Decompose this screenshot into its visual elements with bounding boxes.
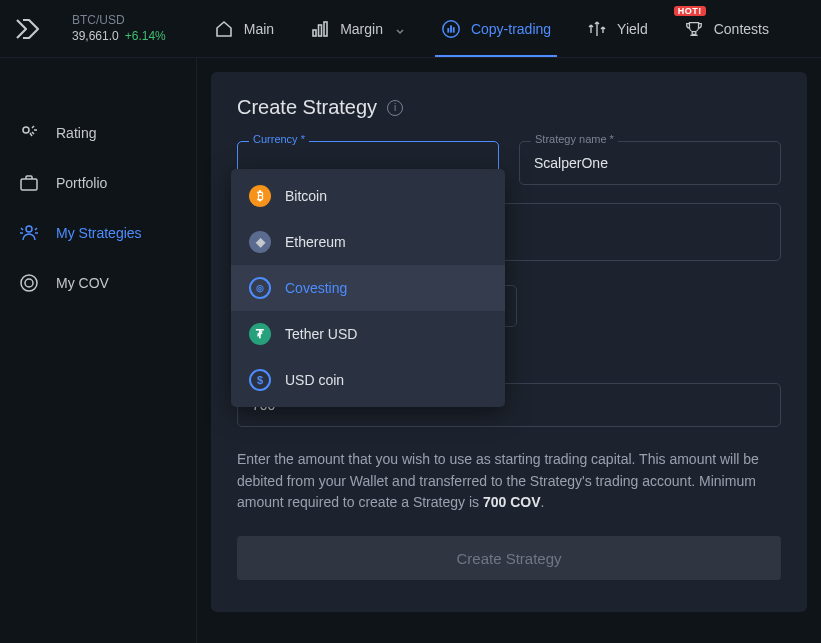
svg-point-10 <box>21 275 37 291</box>
sidebar-item-my-cov[interactable]: My COV <box>0 258 196 308</box>
sidebar-item-rating[interactable]: Rating <box>0 108 196 158</box>
nav-contests[interactable]: HOT! Contests <box>666 0 787 57</box>
ticker-price: 39,661.0 <box>72 29 119 45</box>
strategy-name-label: Strategy name * <box>531 133 618 145</box>
create-strategy-card: Create Strategy i Currency * ₿ Bitcoin <box>211 72 807 612</box>
ticker-change: +6.14% <box>125 29 166 45</box>
currency-option-usdt[interactable]: ₮ Tether USD <box>231 311 505 357</box>
home-icon <box>214 19 234 39</box>
nav-copy-label: Copy-trading <box>471 21 551 37</box>
svg-point-7 <box>23 127 29 133</box>
nav-yield[interactable]: Yield <box>569 0 666 57</box>
sidebar-portfolio-label: Portfolio <box>56 175 107 191</box>
svg-rect-0 <box>313 30 316 36</box>
brand-logo <box>14 14 44 44</box>
briefcase-icon <box>18 172 40 194</box>
currency-option-label: Bitcoin <box>285 188 327 204</box>
nav-copy-trading[interactable]: Copy-trading <box>423 0 569 57</box>
strategy-icon <box>18 222 40 244</box>
svg-rect-5 <box>450 25 452 32</box>
currency-label: Currency * <box>249 133 309 145</box>
currency-option-covesting[interactable]: ◎ Covesting <box>231 265 505 311</box>
currency-option-usdc[interactable]: $ USD coin <box>231 357 505 403</box>
sidebar-item-my-strategies[interactable]: My Strategies <box>0 208 196 258</box>
bars-icon <box>310 19 330 39</box>
svg-point-11 <box>25 279 33 287</box>
trophy-icon <box>684 19 704 39</box>
currency-option-label: Ethereum <box>285 234 346 250</box>
tether-icon: ₮ <box>249 323 271 345</box>
sidebar-rating-label: Rating <box>56 125 96 141</box>
strategy-name-field: Strategy name * <box>519 141 781 185</box>
svg-rect-4 <box>447 28 449 33</box>
info-icon[interactable]: i <box>387 100 403 116</box>
bitcoin-icon: ₿ <box>249 185 271 207</box>
currency-option-label: Covesting <box>285 280 347 296</box>
currency-dropdown: ₿ Bitcoin ◆ Ethereum ◎ Covesting <box>231 169 505 407</box>
nav-contests-label: Contests <box>714 21 769 37</box>
covesting-icon: ◎ <box>249 277 271 299</box>
ticker-pair: BTC/USD <box>72 13 166 29</box>
yield-icon <box>587 19 607 39</box>
description-text: Enter the amount that you wish to use as… <box>237 449 781 514</box>
strategy-name-input[interactable] <box>519 141 781 185</box>
nav-yield-label: Yield <box>617 21 648 37</box>
usdc-icon: $ <box>249 369 271 391</box>
nav-margin-label: Margin <box>340 21 383 37</box>
currency-option-label: Tether USD <box>285 326 357 342</box>
nav-margin[interactable]: Margin <box>292 0 423 57</box>
svg-point-9 <box>26 226 32 232</box>
create-strategy-button[interactable]: Create Strategy <box>237 536 781 580</box>
nav-main[interactable]: Main <box>196 0 292 57</box>
sidebar-mystrat-label: My Strategies <box>56 225 142 241</box>
chevron-down-icon <box>395 24 405 34</box>
sidebar-item-portfolio[interactable]: Portfolio <box>0 158 196 208</box>
page-title: Create Strategy <box>237 96 377 119</box>
svg-rect-1 <box>319 25 322 36</box>
svg-rect-8 <box>21 179 37 190</box>
ticker: BTC/USD 39,661.0 +6.14% <box>72 13 166 44</box>
star-icon <box>18 122 40 144</box>
sidebar-mycov-label: My COV <box>56 275 109 291</box>
svg-rect-2 <box>324 22 327 36</box>
currency-option-ethereum[interactable]: ◆ Ethereum <box>231 219 505 265</box>
currency-field[interactable]: Currency * ₿ Bitcoin ◆ Ethereum <box>237 141 499 185</box>
ethereum-icon: ◆ <box>249 231 271 253</box>
copy-trading-icon <box>441 19 461 39</box>
currency-option-label: USD coin <box>285 372 344 388</box>
currency-option-bitcoin[interactable]: ₿ Bitcoin <box>231 173 505 219</box>
cov-icon <box>18 272 40 294</box>
hot-badge: HOT! <box>674 6 706 16</box>
svg-rect-6 <box>453 27 455 32</box>
nav-main-label: Main <box>244 21 274 37</box>
